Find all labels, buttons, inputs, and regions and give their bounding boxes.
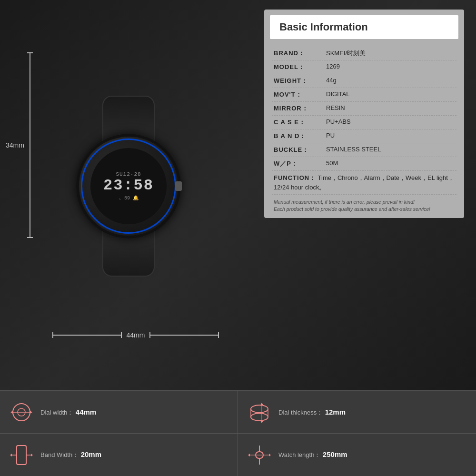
- info-row-band: B A N D： PU: [272, 129, 456, 143]
- key-function: FUNCTION：: [274, 174, 316, 181]
- key-movt: MOV'T：: [274, 90, 326, 99]
- info-rows: BRAND： SKMEI/时刻美 MODEL： 1269 WEIGHT： 44g: [264, 45, 464, 218]
- svg-rect-12: [17, 446, 26, 465]
- watch-sub: ◟ 59 🔔: [119, 195, 139, 201]
- svg-marker-16: [31, 454, 33, 456]
- spec-watch-length-text: Watch length： 250mm: [278, 450, 347, 459]
- spec-label-dial-thickness: Dial thickness：: [278, 409, 323, 416]
- info-panel: Basic Information BRAND： SKMEI/时刻美 MODEL…: [257, 0, 476, 390]
- spec-label-dial-width: Dial width：: [40, 409, 73, 416]
- spec-val-watch-length: 250mm: [323, 450, 347, 458]
- val-model: 1269: [326, 63, 340, 70]
- watch-body: SU12·28 23:58 ◟ 59 🔔: [62, 96, 195, 277]
- info-row-movt: MOV'T： DIGITAL: [272, 88, 456, 102]
- svg-marker-24: [269, 454, 271, 456]
- watch-bezel: SU12·28 23:58 ◟ 59 🔔: [81, 139, 176, 234]
- function-text: FUNCTION： Time，Chrono，Alarm，Date，Week，EL…: [274, 173, 455, 192]
- spec-cell-watch-length: Watch length： 250mm: [238, 434, 476, 476]
- info-row-buckle: BUCKLE： STAINLESS STEEL: [272, 143, 456, 157]
- watch-button: [175, 181, 182, 191]
- key-band: B A N D：: [274, 132, 326, 140]
- spec-cell-dial-thickness: Dial thickness： 12mm: [238, 391, 476, 434]
- dim-height-label: 34mm: [6, 141, 24, 149]
- svg-point-8: [251, 413, 268, 421]
- val-mirror: RESIN: [326, 104, 345, 111]
- key-wp: W／P：: [274, 159, 326, 168]
- disclaimer-line2: Each product sold to provide quality ass…: [274, 206, 455, 213]
- info-row-wp: W／P： 50M: [272, 157, 456, 171]
- key-model: MODEL：: [274, 63, 326, 71]
- info-row-model: MODEL： 1269: [272, 60, 456, 74]
- svg-marker-2: [10, 411, 13, 414]
- val-buckle: STAINLESS STEEL: [326, 146, 381, 153]
- spec-band-width-text: Band Width： 20mm: [40, 450, 101, 459]
- key-case: C A S E：: [274, 118, 326, 127]
- spec-cell-band-width: Band Width： 20mm: [0, 434, 238, 476]
- svg-point-5: [251, 405, 268, 413]
- disclaimer-line1: Manual measurement, if there is an error…: [274, 198, 455, 206]
- svg-marker-3: [30, 411, 32, 414]
- spec-val-dial-width: 44mm: [76, 408, 96, 416]
- dim-vertical: 34mm: [30, 52, 30, 238]
- watch-wrapper: SU12·28 23:58 ◟ 59 🔔: [62, 96, 195, 277]
- key-brand: BRAND：: [274, 49, 326, 58]
- dim-width-label: 44mm: [122, 331, 150, 339]
- info-row-brand: BRAND： SKMEI/时刻美: [272, 47, 456, 60]
- val-weight: 44g: [326, 77, 337, 84]
- bottom-bar: Dial width： 44mm Dial thickness： 12mm: [0, 390, 476, 476]
- spec-label-watch-length: Watch length：: [278, 451, 320, 458]
- val-movt: DIGITAL: [326, 90, 350, 98]
- info-row-mirror: MIRROR： RESIN: [272, 102, 456, 116]
- info-row-weight: WEIGHT： 44g: [272, 74, 456, 88]
- info-card: Basic Information BRAND： SKMEI/时刻美 MODEL…: [264, 10, 464, 218]
- top-section: 34mm SU12·28 23:58 ◟ 59 �: [0, 0, 476, 390]
- watch-length-icon: [248, 443, 271, 467]
- spec-dial-thickness-text: Dial thickness： 12mm: [278, 408, 346, 417]
- info-row-case: C A S E： PU+ABS: [272, 116, 456, 129]
- key-weight: WEIGHT：: [274, 77, 326, 85]
- svg-marker-15: [10, 454, 12, 456]
- key-mirror: MIRROR：: [274, 104, 326, 113]
- info-title-text: Basic Information: [279, 21, 368, 33]
- spec-val-dial-thickness: 12mm: [325, 408, 346, 416]
- spec-dial-width-text: Dial width： 44mm: [40, 408, 96, 417]
- watch-time: 23:58: [103, 178, 154, 193]
- dial-thickness-icon: [248, 400, 271, 424]
- info-disclaimer: Manual measurement, if there is an error…: [272, 195, 456, 214]
- spec-cell-dial-width: Dial width： 44mm: [0, 391, 238, 434]
- spec-val-band-width: 20mm: [81, 450, 101, 458]
- band-width-icon: [10, 443, 33, 467]
- svg-marker-11: [260, 421, 263, 423]
- svg-marker-10: [260, 403, 263, 405]
- spec-label-band-width: Band Width：: [40, 451, 79, 458]
- main-container: 34mm SU12·28 23:58 ◟ 59 �: [0, 0, 476, 476]
- dim-horizontal: 44mm: [52, 331, 219, 339]
- info-row-function: FUNCTION： Time，Chrono，Alarm，Date，Week，EL…: [272, 171, 456, 195]
- val-band: PU: [326, 132, 335, 139]
- svg-marker-23: [248, 454, 250, 456]
- watch-case: SU12·28 23:58 ◟ 59 🔔: [76, 134, 181, 238]
- watch-area: 34mm SU12·28 23:58 ◟ 59 �: [0, 0, 257, 390]
- dial-width-icon: [10, 400, 33, 424]
- val-brand: SKMEI/时刻美: [326, 49, 366, 58]
- val-wp: 50M: [326, 159, 338, 167]
- watch-dial: SU12·28 23:58 ◟ 59 🔔: [90, 148, 167, 224]
- key-buckle: BUCKLE：: [274, 146, 326, 154]
- val-case: PU+ABS: [326, 118, 351, 125]
- info-title: Basic Information: [270, 15, 458, 39]
